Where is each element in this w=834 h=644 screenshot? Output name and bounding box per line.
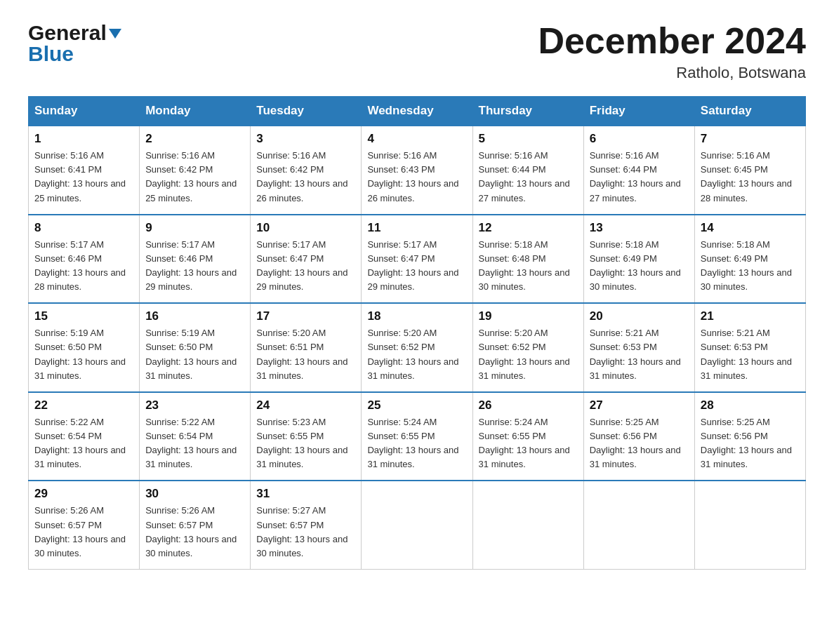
calendar-cell: 21Sunrise: 5:21 AMSunset: 6:53 PMDayligh… [694, 303, 805, 392]
calendar-cell: 26Sunrise: 5:24 AMSunset: 6:55 PMDayligh… [472, 392, 583, 481]
day-info: Sunrise: 5:19 AMSunset: 6:50 PMDaylight:… [145, 326, 244, 383]
day-number: 7 [701, 132, 800, 146]
calendar-table: SundayMondayTuesdayWednesdayThursdayFrid… [28, 96, 806, 570]
logo: General Blue [28, 21, 121, 66]
month-title: December 2024 [538, 21, 806, 61]
day-info: Sunrise: 5:18 AMSunset: 6:48 PMDaylight:… [479, 238, 578, 295]
calendar-cell: 16Sunrise: 5:19 AMSunset: 6:50 PMDayligh… [140, 303, 251, 392]
calendar-cell: 12Sunrise: 5:18 AMSunset: 6:48 PMDayligh… [472, 215, 583, 304]
calendar-cell [472, 481, 583, 569]
day-number: 8 [34, 221, 133, 235]
calendar-cell: 23Sunrise: 5:22 AMSunset: 6:54 PMDayligh… [140, 392, 251, 481]
day-info: Sunrise: 5:16 AMSunset: 6:44 PMDaylight:… [590, 149, 689, 206]
logo-arrow-icon [109, 29, 121, 39]
calendar-week-5: 29Sunrise: 5:26 AMSunset: 6:57 PMDayligh… [29, 481, 806, 569]
calendar-cell: 17Sunrise: 5:20 AMSunset: 6:51 PMDayligh… [251, 303, 362, 392]
weekday-header-monday: Monday [140, 97, 251, 126]
day-number: 30 [145, 487, 244, 501]
calendar-cell: 20Sunrise: 5:21 AMSunset: 6:53 PMDayligh… [583, 303, 694, 392]
day-number: 21 [701, 309, 800, 323]
day-number: 14 [701, 221, 800, 235]
calendar-cell: 24Sunrise: 5:23 AMSunset: 6:55 PMDayligh… [251, 392, 362, 481]
calendar-cell: 25Sunrise: 5:24 AMSunset: 6:55 PMDayligh… [362, 392, 472, 481]
calendar-cell: 9Sunrise: 5:17 AMSunset: 6:46 PMDaylight… [140, 215, 251, 304]
day-info: Sunrise: 5:16 AMSunset: 6:42 PMDaylight:… [145, 149, 244, 206]
day-info: Sunrise: 5:16 AMSunset: 6:41 PMDaylight:… [34, 149, 133, 206]
day-number: 23 [145, 398, 244, 412]
calendar-cell: 30Sunrise: 5:26 AMSunset: 6:57 PMDayligh… [140, 481, 251, 569]
day-number: 12 [479, 221, 578, 235]
weekday-header-tuesday: Tuesday [251, 97, 362, 126]
calendar-cell: 13Sunrise: 5:18 AMSunset: 6:49 PMDayligh… [583, 215, 694, 304]
day-number: 31 [256, 487, 355, 501]
day-info: Sunrise: 5:24 AMSunset: 6:55 PMDaylight:… [479, 415, 578, 472]
page-header: General Blue December 2024 Ratholo, Bots… [28, 21, 806, 82]
calendar-cell [694, 481, 805, 569]
day-info: Sunrise: 5:26 AMSunset: 6:57 PMDaylight:… [145, 504, 244, 561]
calendar-cell [583, 481, 694, 569]
day-number: 20 [590, 309, 689, 323]
day-number: 22 [34, 398, 133, 412]
day-number: 4 [367, 132, 466, 146]
day-number: 5 [479, 132, 578, 146]
title-block: December 2024 Ratholo, Botswana [538, 21, 806, 82]
day-number: 27 [590, 398, 689, 412]
day-number: 26 [479, 398, 578, 412]
calendar-week-4: 22Sunrise: 5:22 AMSunset: 6:54 PMDayligh… [29, 392, 806, 481]
day-info: Sunrise: 5:25 AMSunset: 6:56 PMDaylight:… [590, 415, 689, 472]
day-number: 24 [256, 398, 355, 412]
calendar-cell: 2Sunrise: 5:16 AMSunset: 6:42 PMDaylight… [140, 126, 251, 215]
day-info: Sunrise: 5:24 AMSunset: 6:55 PMDaylight:… [367, 415, 466, 472]
logo-general: General [28, 21, 107, 45]
calendar-cell: 7Sunrise: 5:16 AMSunset: 6:45 PMDaylight… [694, 126, 805, 215]
calendar-week-2: 8Sunrise: 5:17 AMSunset: 6:46 PMDaylight… [29, 215, 806, 304]
day-info: Sunrise: 5:26 AMSunset: 6:57 PMDaylight:… [34, 504, 133, 561]
calendar-cell: 3Sunrise: 5:16 AMSunset: 6:42 PMDaylight… [251, 126, 362, 215]
calendar-cell [362, 481, 472, 569]
day-info: Sunrise: 5:17 AMSunset: 6:47 PMDaylight:… [367, 238, 466, 295]
day-info: Sunrise: 5:17 AMSunset: 6:46 PMDaylight:… [34, 238, 133, 295]
day-info: Sunrise: 5:19 AMSunset: 6:50 PMDaylight:… [34, 326, 133, 383]
day-info: Sunrise: 5:16 AMSunset: 6:45 PMDaylight:… [701, 149, 800, 206]
calendar-week-3: 15Sunrise: 5:19 AMSunset: 6:50 PMDayligh… [29, 303, 806, 392]
weekday-header-friday: Friday [583, 97, 694, 126]
calendar-cell: 29Sunrise: 5:26 AMSunset: 6:57 PMDayligh… [29, 481, 140, 569]
calendar-cell: 19Sunrise: 5:20 AMSunset: 6:52 PMDayligh… [472, 303, 583, 392]
weekday-header-row: SundayMondayTuesdayWednesdayThursdayFrid… [29, 97, 806, 126]
weekday-header-thursday: Thursday [472, 97, 583, 126]
day-number: 19 [479, 309, 578, 323]
day-info: Sunrise: 5:22 AMSunset: 6:54 PMDaylight:… [34, 415, 133, 472]
day-number: 28 [701, 398, 800, 412]
day-number: 18 [367, 309, 466, 323]
day-number: 13 [590, 221, 689, 235]
weekday-header-sunday: Sunday [29, 97, 140, 126]
day-number: 17 [256, 309, 355, 323]
day-number: 25 [367, 398, 466, 412]
logo-blue: Blue [28, 42, 74, 66]
calendar-cell: 28Sunrise: 5:25 AMSunset: 6:56 PMDayligh… [694, 392, 805, 481]
calendar-cell: 4Sunrise: 5:16 AMSunset: 6:43 PMDaylight… [362, 126, 472, 215]
day-info: Sunrise: 5:17 AMSunset: 6:47 PMDaylight:… [256, 238, 355, 295]
day-info: Sunrise: 5:20 AMSunset: 6:52 PMDaylight:… [367, 326, 466, 383]
calendar-cell: 15Sunrise: 5:19 AMSunset: 6:50 PMDayligh… [29, 303, 140, 392]
day-info: Sunrise: 5:25 AMSunset: 6:56 PMDaylight:… [701, 415, 800, 472]
day-info: Sunrise: 5:18 AMSunset: 6:49 PMDaylight:… [701, 238, 800, 295]
weekday-header-wednesday: Wednesday [362, 97, 472, 126]
day-number: 3 [256, 132, 355, 146]
location: Ratholo, Botswana [538, 64, 806, 82]
calendar-week-1: 1Sunrise: 5:16 AMSunset: 6:41 PMDaylight… [29, 126, 806, 215]
day-info: Sunrise: 5:20 AMSunset: 6:51 PMDaylight:… [256, 326, 355, 383]
day-info: Sunrise: 5:21 AMSunset: 6:53 PMDaylight:… [701, 326, 800, 383]
day-number: 16 [145, 309, 244, 323]
day-info: Sunrise: 5:22 AMSunset: 6:54 PMDaylight:… [145, 415, 244, 472]
calendar-cell: 5Sunrise: 5:16 AMSunset: 6:44 PMDaylight… [472, 126, 583, 215]
calendar-cell: 22Sunrise: 5:22 AMSunset: 6:54 PMDayligh… [29, 392, 140, 481]
day-info: Sunrise: 5:16 AMSunset: 6:43 PMDaylight:… [367, 149, 466, 206]
calendar-cell: 31Sunrise: 5:27 AMSunset: 6:57 PMDayligh… [251, 481, 362, 569]
calendar-cell: 14Sunrise: 5:18 AMSunset: 6:49 PMDayligh… [694, 215, 805, 304]
day-number: 9 [145, 221, 244, 235]
day-number: 11 [367, 221, 466, 235]
calendar-cell: 27Sunrise: 5:25 AMSunset: 6:56 PMDayligh… [583, 392, 694, 481]
day-number: 29 [34, 487, 133, 501]
day-number: 2 [145, 132, 244, 146]
